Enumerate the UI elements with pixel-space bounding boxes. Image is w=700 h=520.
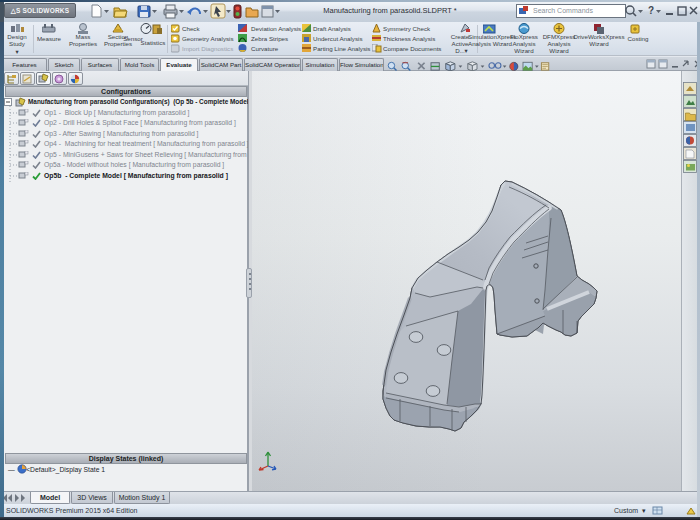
svg-text:?: ? [648, 5, 654, 16]
